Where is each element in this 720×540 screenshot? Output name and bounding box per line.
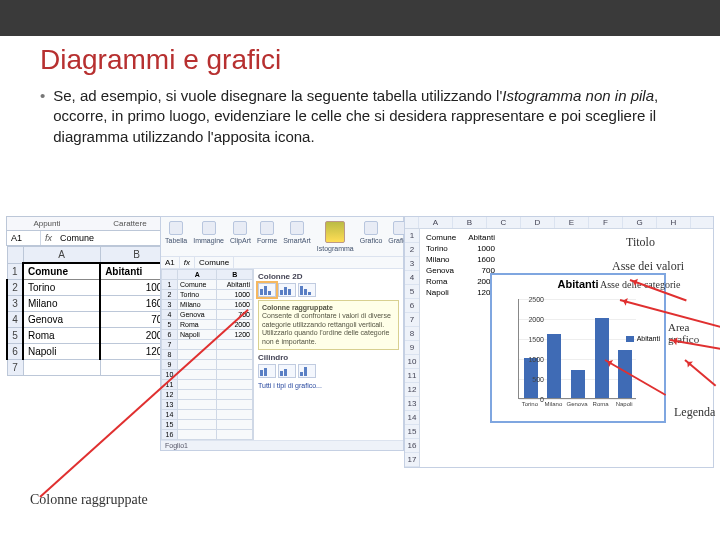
all-chart-types-link[interactable]: Tutti i tipi di grafico... bbox=[258, 381, 399, 390]
dropdown-section: Cilindro bbox=[258, 353, 399, 362]
panel-chart-result: ABCDEFGH 1234567891011121314151617 Comun… bbox=[404, 216, 714, 468]
formula-bar: A1 fx Comune bbox=[6, 231, 174, 246]
panel-spreadsheet-selection: Appunti Carattere A1 fx Comune AB 1Comun… bbox=[6, 216, 174, 376]
annotation-asse-valori: Asse dei valori bbox=[612, 259, 684, 274]
arrow-icon bbox=[684, 359, 716, 386]
thumb-option[interactable] bbox=[298, 364, 316, 378]
bullet-text: Se, ad esempio, si vuole disegnare la se… bbox=[53, 86, 680, 147]
slide-title: Diagrammi e grafici bbox=[40, 44, 680, 76]
thumb-clustered-column[interactable] bbox=[258, 283, 276, 297]
thumb-option[interactable] bbox=[278, 364, 296, 378]
annotation-colonne-raggruppate: Colonne raggruppate bbox=[30, 492, 148, 508]
ribbon-item[interactable]: Immagine bbox=[193, 221, 224, 252]
fx-icon: fx bbox=[41, 233, 56, 243]
slide-top-band bbox=[0, 0, 720, 36]
ribbon-item[interactable]: ClipArt bbox=[230, 221, 251, 252]
chart-thumbnails bbox=[258, 283, 399, 297]
spreadsheet-table[interactable]: AB 1ComuneAbitanti 2Torino1000 3Milano16… bbox=[6, 246, 174, 376]
thumb-option[interactable] bbox=[278, 283, 296, 297]
ribbon-item[interactable]: Tabella bbox=[165, 221, 187, 252]
annotation-legenda: Legenda bbox=[674, 405, 715, 420]
row-headers: 1234567891011121314151617 bbox=[405, 229, 420, 467]
tooltip: Colonne raggruppate Consente di confront… bbox=[258, 300, 399, 350]
chart-legend: Abitanti bbox=[626, 335, 660, 342]
formula-bar-small: A1 fx Comune bbox=[161, 257, 403, 269]
plot-area bbox=[518, 299, 636, 399]
fx-icon: fx bbox=[180, 257, 195, 268]
thumb-option[interactable] bbox=[298, 283, 316, 297]
spreadsheet-small[interactable]: AB 1ComuneAbitanti 2Torino1000 3Milano16… bbox=[161, 269, 253, 440]
ribbon-item[interactable]: SmartArt bbox=[283, 221, 311, 252]
panel-insert-ribbon: Tabella Immagine ClipArt Forme SmartArt … bbox=[160, 216, 404, 451]
sheet-tab[interactable]: Foglio1 bbox=[161, 440, 403, 450]
bullet-marker: • bbox=[40, 86, 45, 147]
ribbon-item[interactable]: Forme bbox=[257, 221, 277, 252]
thumb-option[interactable] bbox=[258, 364, 276, 378]
name-box[interactable]: A1 bbox=[7, 231, 41, 245]
dropdown-section: Colonne 2D bbox=[258, 272, 399, 281]
ribbon-item[interactable]: Grafico bbox=[360, 221, 383, 252]
chart-dropdown: Colonne 2D Colonne raggruppate Consente … bbox=[253, 269, 403, 440]
ribbon-group-labels: Appunti Carattere bbox=[6, 216, 174, 231]
ribbon-buttons: Tabella Immagine ClipArt Forme SmartArt … bbox=[161, 217, 403, 257]
column-headers: ABCDEFGH bbox=[405, 217, 713, 229]
bullet-item: • Se, ad esempio, si vuole disegnare la … bbox=[40, 86, 680, 147]
chart-object[interactable]: Abitanti Abitanti 05001000150020002500To… bbox=[490, 273, 666, 423]
chart-icon bbox=[325, 221, 345, 243]
formula-value[interactable]: Comune bbox=[56, 231, 98, 245]
annotation-titolo: Titolo bbox=[626, 235, 655, 250]
ribbon-istogramma[interactable]: Istogramma bbox=[317, 221, 354, 252]
